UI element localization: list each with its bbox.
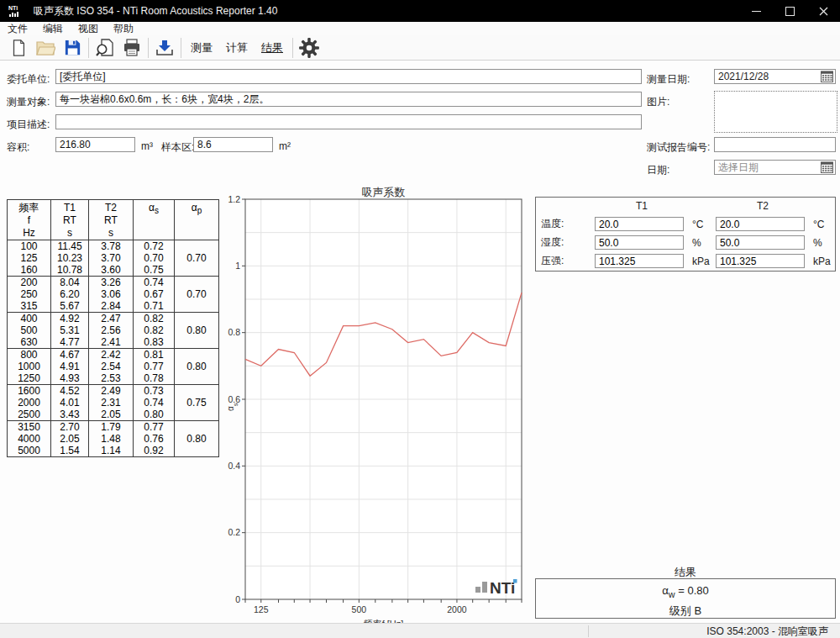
picture-label: 图片: xyxy=(647,95,669,109)
menu-file[interactable]: 文件 xyxy=(0,22,35,35)
table-cell: 160 xyxy=(8,264,51,277)
humidity-t2-unit: % xyxy=(810,237,835,249)
table-cell: 1.14 xyxy=(89,445,134,457)
y-tick-label: 0 xyxy=(235,594,240,604)
alpha-w-result: αw = 0.80 xyxy=(536,584,835,599)
report-number-label: 测试报告编号: xyxy=(647,140,710,155)
table-cell: 4.91 xyxy=(51,361,89,372)
menu-view[interactable]: 视图 xyxy=(71,22,106,35)
temperature-label: 温度: xyxy=(541,217,595,231)
table-cell: 800 xyxy=(8,349,51,361)
env-spacer xyxy=(541,199,595,213)
calendar-icon[interactable] xyxy=(821,71,833,82)
table-cell: 11.45 xyxy=(51,240,89,253)
date-label: 日期: xyxy=(647,163,669,177)
env-t2-header: T2 xyxy=(716,199,810,213)
results-view-button[interactable]: 结果 xyxy=(255,40,290,55)
humidity-t1-input[interactable] xyxy=(595,235,684,250)
save-floppy-icon xyxy=(63,38,82,57)
table-cell: 0.73 xyxy=(134,385,175,398)
close-button[interactable] xyxy=(806,0,840,22)
print-button[interactable] xyxy=(118,36,145,59)
table-cell: 4.92 xyxy=(51,313,89,325)
maximize-button[interactable] xyxy=(773,0,806,22)
temperature-t2-input[interactable] xyxy=(716,217,805,231)
menu-edit[interactable]: 编辑 xyxy=(35,22,71,35)
menu-help[interactable]: 帮助 xyxy=(106,22,141,35)
table-cell: 2.42 xyxy=(89,349,134,361)
report-number-input[interactable] xyxy=(714,137,836,152)
table-cell: 3.43 xyxy=(51,409,89,421)
meas-date-label: 测量日期: xyxy=(647,72,690,87)
pressure-t1-input[interactable] xyxy=(595,254,684,268)
minimize-button[interactable] xyxy=(739,0,773,22)
calculate-view-button[interactable]: 计算 xyxy=(219,40,255,55)
export-download-icon xyxy=(155,38,175,58)
table-cell: 0.67 xyxy=(134,288,175,300)
table-cell: 0.77 xyxy=(134,361,175,372)
table-cell: 0.71 xyxy=(134,300,175,313)
table-cell: 4000 xyxy=(8,433,51,445)
absorption-chart: 00.20.40.60.811.21255002000吸声系数频率f [Hz]α… xyxy=(227,187,529,626)
picture-dropzone[interactable] xyxy=(714,91,837,133)
status-bar: ISO 354:2003 - 混响室吸声 xyxy=(0,623,840,638)
humidity-t2-input[interactable] xyxy=(716,235,805,250)
toolbar: 测量 计算 结果 xyxy=(0,35,840,61)
table-cell: 4.67 xyxy=(51,349,89,361)
new-file-button[interactable] xyxy=(5,36,32,59)
open-file-button[interactable] xyxy=(32,36,59,59)
table-row: 16004.522.490.730.75 xyxy=(8,385,219,398)
alpha-p-cell: 0.80 xyxy=(175,349,219,385)
volume-input[interactable] xyxy=(55,137,135,152)
project-desc-label: 项目描述: xyxy=(7,118,50,132)
table-cell: 2500 xyxy=(8,409,51,421)
calendar-icon[interactable] xyxy=(821,161,833,173)
save-button[interactable] xyxy=(59,36,86,59)
table-cell: 2.70 xyxy=(51,421,89,434)
nti-app-icon: NTi xyxy=(7,4,25,18)
measure-object-input[interactable] xyxy=(55,92,642,107)
table-cell: 3.78 xyxy=(89,240,134,253)
toolbar-separator xyxy=(148,38,149,58)
status-separator xyxy=(588,625,589,637)
y-tick-label: 1 xyxy=(235,261,240,271)
table-header-row: 频率fHzT1RTsT2RTsαsαp xyxy=(8,200,219,240)
export-button[interactable] xyxy=(151,36,178,59)
chart-ylabel: αs xyxy=(227,403,239,411)
open-folder-icon xyxy=(35,38,55,58)
svg-text:NTi: NTi xyxy=(8,5,18,11)
table-cell: 3.70 xyxy=(89,252,134,264)
table-cell: 3.60 xyxy=(89,264,134,277)
table-cell: 100 xyxy=(8,240,51,253)
report-date-picker[interactable]: 选择日期 xyxy=(714,160,836,175)
table-cell: 2000 xyxy=(8,397,51,409)
table-cell: 400 xyxy=(8,313,51,325)
print-preview-button[interactable] xyxy=(92,36,118,59)
client-input[interactable] xyxy=(55,69,642,84)
table-cell: 2.05 xyxy=(89,409,134,421)
client-label: 委托单位: xyxy=(7,72,50,87)
env-t1-header: T1 xyxy=(595,199,689,213)
table-cell: 0.92 xyxy=(134,445,175,457)
settings-button[interactable] xyxy=(296,36,323,59)
y-tick-label: 0.2 xyxy=(228,527,240,537)
meas-date-picker[interactable]: 2021/12/28 xyxy=(714,69,836,84)
table-cell: 630 xyxy=(8,336,51,349)
pressure-t2-input[interactable] xyxy=(716,254,805,268)
table-cell: 6.20 xyxy=(51,288,89,300)
alpha-p-cell: 0.70 xyxy=(175,240,219,277)
gear-icon xyxy=(298,37,320,59)
project-desc-input[interactable] xyxy=(55,114,642,129)
toolbar-separator xyxy=(292,38,293,58)
humidity-t1-unit: % xyxy=(689,237,716,249)
measure-object-label: 测量对象: xyxy=(7,95,50,109)
absorption-table: 频率fHzT1RTsT2RTsαsαp10011.453.780.720.701… xyxy=(7,199,219,457)
y-tick-label: 0.8 xyxy=(228,327,240,337)
x-tick-label: 2000 xyxy=(447,604,467,614)
table-cell: 0.83 xyxy=(134,336,175,349)
sample-area-input[interactable] xyxy=(193,137,273,152)
table-cell: 2.56 xyxy=(89,324,134,336)
temperature-t1-input[interactable] xyxy=(595,217,684,231)
measure-view-button[interactable]: 测量 xyxy=(184,40,219,55)
sample-area-unit: m² xyxy=(279,140,291,152)
